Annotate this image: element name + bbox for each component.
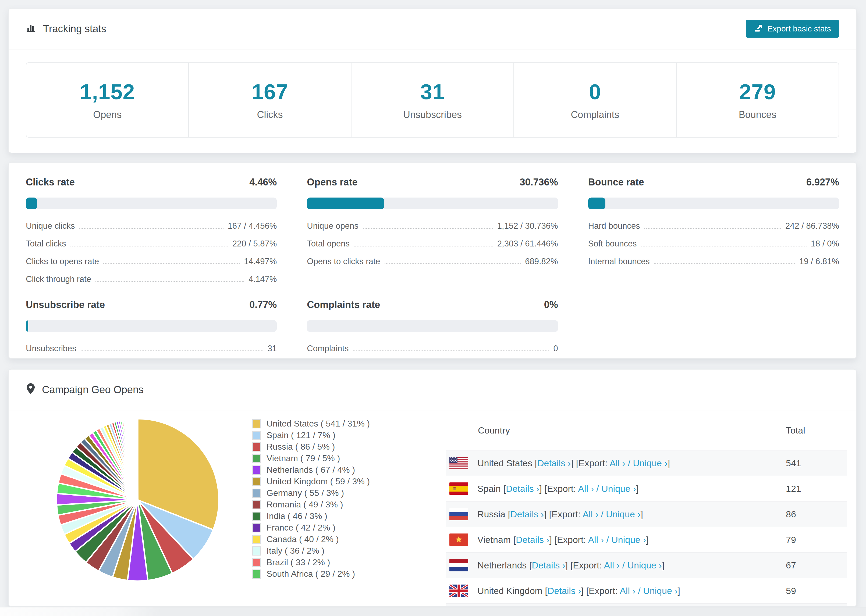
geo-country-name: United States: [477, 458, 532, 468]
geo-export-all-link[interactable]: All ›: [604, 560, 620, 570]
geo-export-all-link[interactable]: All ›: [578, 484, 594, 494]
geo-export-unique-link[interactable]: Unique ›: [601, 484, 636, 494]
dotted-leader: [654, 263, 795, 264]
legend-label: Canada ( 40 / 2% ): [266, 534, 339, 544]
legend-label: South Africa ( 29 / 2% ): [266, 569, 355, 579]
rates-card: Clicks rate4.46%Unique clicks167 / 4.456…: [8, 162, 857, 359]
geo-export-unique-link[interactable]: Unique ›: [611, 534, 646, 545]
geo-export-prefix: Export:: [589, 586, 618, 596]
geo-export-slash: /: [636, 586, 643, 596]
stat-value: 279: [739, 80, 776, 104]
geo-export-slash: /: [625, 458, 633, 468]
geo-details-link[interactable]: Details ›: [516, 534, 550, 545]
rate-detail-row: Soft bounces18 / 0%: [588, 239, 839, 248]
geo-row-text: United Kingdom [Details ›] [Export: All …: [477, 586, 680, 596]
rate-detail-row: Hard bounces242 / 86.738%: [588, 221, 839, 231]
geo-export-slash: /: [594, 484, 601, 494]
rate-detail-value: 18 / 0%: [811, 239, 839, 248]
geo-title: Campaign Geo Opens: [26, 383, 143, 397]
geo-title-text: Campaign Geo Opens: [42, 384, 143, 396]
dotted-leader: [96, 281, 244, 282]
stat-cell: 167Clicks: [189, 63, 351, 137]
flag-nl-icon: [449, 559, 468, 571]
rate-title-row: Unsubscribe rate0.77%: [26, 299, 277, 310]
dotted-leader: [103, 263, 239, 264]
rate-progress-fill: [307, 198, 384, 209]
legend-label: Spain ( 121 / 7% ): [266, 430, 335, 440]
rate-detail-row: Opens to clicks rate689.82%: [307, 257, 558, 266]
geo-col-total: Total: [786, 425, 805, 436]
geo-col-country: Country: [446, 425, 510, 436]
geo-table-row: Russia [Details ›] [Export: All › / Uniq…: [446, 501, 847, 527]
legend-swatch: [252, 454, 261, 463]
geo-export-all-link[interactable]: All ›: [620, 586, 636, 596]
geo-details-link[interactable]: Details ›: [510, 509, 544, 519]
geo-export-unique-link[interactable]: Unique ›: [633, 458, 668, 468]
geo-export-all-link[interactable]: All ›: [609, 458, 625, 468]
geo-row-text: Russia [Details ›] [Export: All › / Uniq…: [477, 509, 643, 520]
rate-progress-fill: [588, 198, 606, 209]
legend-label: United States ( 541 / 31% ): [266, 419, 370, 429]
legend-item: Spain ( 121 / 7% ): [252, 429, 370, 441]
legend-swatch: [252, 512, 261, 521]
flag-es-icon: [449, 482, 468, 495]
geo-row-total: 541: [786, 458, 801, 468]
legend-label: Germany ( 55 / 3% ): [266, 488, 344, 498]
legend-label: Italy ( 36 / 2% ): [266, 546, 324, 556]
rate-detail-value: 220 / 5.87%: [232, 239, 277, 248]
rate-details: Unsubscribes31: [26, 344, 277, 354]
bar-chart-icon: [26, 22, 36, 36]
geo-export-prefix: Export:: [557, 534, 586, 545]
geo-export-all-link[interactable]: All ›: [583, 509, 598, 519]
legend-label: France ( 42 / 2% ): [266, 523, 335, 533]
flag-us-icon: [449, 457, 468, 469]
rate-detail-label: Soft bounces: [588, 239, 637, 248]
legend-label: India ( 46 / 3% ): [266, 511, 327, 521]
geo-details-link[interactable]: Details ›: [506, 484, 540, 494]
rate-title: Opens rate: [307, 177, 357, 188]
geo-details-link[interactable]: Details ›: [537, 458, 571, 468]
rate-panel-bounce-rate: Bounce rate6.927%Hard bounces242 / 86.73…: [588, 177, 839, 284]
geo-export-unique-link[interactable]: Unique ›: [643, 586, 678, 596]
stat-cell: 0Complaints: [514, 63, 676, 137]
geo-row-text: Spain [Details ›] [Export: All › / Uniqu…: [477, 484, 638, 494]
geo-body: United States ( 541 / 31% )Spain ( 121 /…: [9, 410, 856, 606]
legend-label: Russia ( 86 / 5% ): [266, 442, 335, 452]
legend-label: Romania ( 49 / 3% ): [266, 500, 343, 509]
rate-detail-label: Internal bounces: [588, 257, 650, 266]
rate-progress-fill: [26, 198, 37, 209]
geo-table-row: Vietnam [Details ›] [Export: All › / Uni…: [446, 527, 847, 552]
geo-details-link[interactable]: Details ›: [532, 560, 565, 570]
geo-table-row: Spain [Details ›] [Export: All › / Uniqu…: [446, 476, 847, 501]
export-icon: [754, 24, 763, 35]
geo-details-link[interactable]: Details ›: [548, 586, 581, 596]
dotted-leader: [363, 228, 493, 229]
rate-detail-value: 4.147%: [249, 274, 277, 284]
flag-gb-icon: [449, 585, 468, 597]
geo-export-unique-link[interactable]: Unique ›: [606, 509, 641, 519]
export-basic-stats-button[interactable]: Export basic stats: [746, 20, 839, 38]
rate-detail-label: Unique clicks: [26, 221, 75, 231]
geo-export-all-link[interactable]: All ›: [588, 534, 604, 545]
rate-details: Hard bounces242 / 86.738%Soft bounces18 …: [588, 221, 839, 266]
export-button-label: Export basic stats: [767, 24, 831, 33]
stat-cell: 1,152Opens: [26, 63, 189, 137]
rate-detail-row: Internal bounces19 / 6.81%: [588, 257, 839, 266]
legend-swatch: [252, 465, 261, 475]
rate-value: 6.927%: [806, 177, 839, 188]
legend-swatch: [252, 558, 261, 567]
rate-title-row: Clicks rate4.46%: [26, 177, 277, 188]
rate-detail-value: 14.497%: [244, 257, 277, 266]
tracking-stats-header: Tracking stats Export basic stats: [9, 9, 856, 49]
legend-item: South Africa ( 29 / 2% ): [252, 568, 370, 580]
stat-label: Clicks: [257, 109, 283, 120]
legend-label: Vietnam ( 79 / 5% ): [266, 453, 340, 464]
geo-export-unique-link[interactable]: Unique ›: [627, 560, 662, 570]
dotted-leader: [71, 246, 228, 247]
geo-row-total: 59: [786, 586, 796, 596]
rate-detail-label: Click through rate: [26, 274, 91, 284]
legend-item: India ( 46 / 3% ): [252, 511, 370, 522]
stat-cell: 279Bounces: [677, 63, 839, 137]
geo-table-row: Netherlands [Details ›] [Export: All › /…: [446, 552, 847, 578]
legend-item: Canada ( 40 / 2% ): [252, 533, 370, 545]
